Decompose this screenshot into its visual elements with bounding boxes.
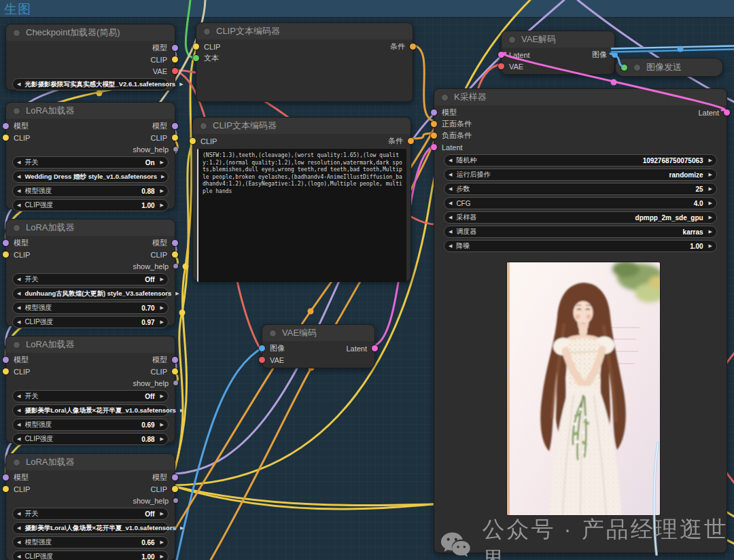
模型-port[interactable] [172, 240, 178, 246]
CLIP-port[interactable] [172, 56, 178, 63]
warr[interactable]: ▶ [156, 305, 168, 311]
node-lora-loader-3[interactable]: LoRA加载器 模型模型CLIPCLIPshow_help ◀开关Off▶◀摄影… [5, 336, 175, 443]
widget-采样器[interactable]: ◀采样器dpmpp_2m_sde_gpu▶ [444, 211, 717, 224]
CLIP-port[interactable] [3, 135, 9, 141]
warr[interactable]: ◀ [13, 203, 24, 208]
show_help-port[interactable] [173, 381, 178, 385]
warr[interactable]: ▶ [156, 422, 168, 427]
widget-模型强度[interactable]: ◀模型强度0.70▶ [12, 302, 169, 314]
widget-combo[interactable]: ◀摄影美学Lora\人像场景×花开半夏_v1.0.safetensors▶ [12, 522, 169, 534]
CLIP-port[interactable] [172, 368, 178, 374]
group-header[interactable]: 生图 [0, 0, 734, 18]
node-clip-text-encode-positive[interactable]: CLIP文本编码器 CLIP条件文本 [196, 22, 413, 102]
node-vae-encode[interactable]: VAE编码 图像LatentVAE [262, 324, 375, 368]
模型-port[interactable] [172, 123, 178, 129]
warr[interactable]: ◀ [13, 291, 24, 296]
widget-随机种[interactable]: ◀随机种1092768750075063▶ [444, 154, 717, 167]
VAE-port[interactable] [259, 357, 265, 363]
模型-port[interactable] [3, 240, 9, 246]
widget-步数[interactable]: ◀步数25▶ [444, 183, 717, 195]
warr[interactable]: ◀ [13, 188, 24, 194]
widget-开关[interactable]: ◀开关Off▶ [12, 390, 169, 402]
warr[interactable]: ▶ [156, 540, 168, 545]
模型-port[interactable] [172, 474, 178, 480]
node-titlebar[interactable]: LoRA加载器 [6, 103, 175, 119]
warr[interactable]: ◀ [444, 243, 456, 249]
node-vae-decode[interactable]: VAE解码 Latent图像VAE [501, 31, 615, 75]
模型-port[interactable] [3, 474, 9, 480]
warr[interactable]: ◀ [13, 319, 24, 325]
warr[interactable]: ◀ [13, 408, 24, 413]
widget-运行后操作[interactable]: ◀运行后操作randomize▶ [444, 169, 717, 181]
show_help-port[interactable] [173, 147, 178, 152]
widget-模型强度[interactable]: ◀模型强度0.88▶ [12, 185, 169, 197]
warr[interactable]: ◀ [13, 554, 24, 559]
Latent-port[interactable] [724, 109, 730, 116]
warr[interactable]: ▶ [175, 82, 187, 87]
warr[interactable]: ◀ [444, 172, 456, 177]
warr[interactable]: ▶ [156, 160, 168, 165]
CLIP-port[interactable] [3, 486, 9, 492]
widget-CLIP强度[interactable]: ◀CLIP强度1.00▶ [12, 550, 169, 560]
warr[interactable]: ◀ [13, 277, 24, 282]
warr[interactable]: ◀ [13, 393, 24, 399]
warr[interactable]: ◀ [444, 186, 456, 192]
文本-port[interactable] [193, 55, 199, 61]
warr[interactable]: ▶ [705, 158, 716, 163]
warr[interactable]: ◀ [444, 158, 456, 163]
node-titlebar[interactable]: LoRA加载器 [6, 454, 175, 470]
node-lora-loader-4[interactable]: LoRA加载器 模型模型CLIPCLIPshow_help ◀开关Off▶◀摄影… [5, 453, 175, 560]
图像-port[interactable] [259, 345, 265, 351]
collapse-dot[interactable] [13, 341, 20, 349]
模型-port[interactable] [3, 357, 9, 363]
node-titlebar[interactable]: LoRA加载器 [6, 220, 175, 236]
node-titlebar[interactable]: LoRA加载器 [6, 336, 175, 353]
widget-开关[interactable]: ◀开关On▶ [12, 156, 169, 169]
warr[interactable]: ◀ [13, 511, 24, 517]
warr[interactable]: ◀ [13, 82, 24, 87]
widget-CLIP强度[interactable]: ◀CLIP强度0.97▶ [12, 316, 169, 328]
CLIP-port[interactable] [193, 43, 199, 50]
warr[interactable]: ▶ [176, 525, 188, 531]
warr[interactable]: ◀ [444, 200, 456, 206]
条件-port[interactable] [410, 43, 416, 50]
widget-combo[interactable]: ◀光影摄影极限写实真实感大模型_V2.6.1.safetensors▶ [12, 78, 169, 90]
widget-开关[interactable]: ◀开关Off▶ [12, 273, 169, 285]
widget-CLIP强度[interactable]: ◀CLIP强度0.88▶ [12, 433, 169, 445]
条件-port[interactable] [408, 138, 414, 144]
widget-combo[interactable]: ◀Wedding Dress 婚纱 style_v1.0.safetensors… [12, 171, 169, 183]
widget-模型强度[interactable]: ◀模型强度0.66▶ [12, 536, 169, 548]
warr[interactable]: ▶ [156, 188, 168, 194]
widget-开关[interactable]: ◀开关Off▶ [12, 508, 169, 520]
图像-port[interactable] [621, 65, 627, 71]
模型-port[interactable] [172, 45, 178, 51]
warr[interactable]: ▶ [156, 277, 168, 282]
node-image-send[interactable]: 图像发送 [615, 58, 723, 77]
warr[interactable]: ◀ [13, 174, 24, 179]
node-graph-canvas[interactable]: 生图 [0, 0, 734, 560]
模型-port[interactable] [431, 109, 437, 116]
node-lora-loader-1[interactable]: LoRA加载器 模型模型CLIPCLIPshow_help ◀开关On▶◀Wed… [5, 102, 175, 209]
node-titlebar[interactable]: VAE解码 [502, 31, 614, 48]
node-titlebar[interactable]: VAE编码 [262, 325, 374, 341]
collapse-dot[interactable] [200, 122, 207, 130]
widget-combo[interactable]: ◀摄影美学Lora\人像场景×花开半夏_v1.0.safetensors▶ [12, 404, 169, 417]
CLIP-port[interactable] [172, 486, 178, 492]
widget-CLIP强度[interactable]: ◀CLIP强度1.00▶ [12, 199, 169, 211]
warr[interactable]: ◀ [13, 422, 24, 427]
warr[interactable]: ◀ [13, 525, 24, 531]
CLIP-port[interactable] [172, 135, 178, 141]
warr[interactable]: ◀ [13, 160, 24, 165]
collapse-dot[interactable] [13, 107, 20, 115]
warr[interactable]: ▶ [705, 229, 716, 234]
collapse-dot[interactable] [13, 29, 20, 37]
node-titlebar[interactable]: Checkpoint加载器(简易) [6, 24, 175, 41]
warr[interactable]: ▶ [156, 393, 168, 399]
node-ksampler[interactable]: K采样器 模型Latent正面条件负面条件Latent ◀随机种10927687… [434, 88, 727, 553]
node-titlebar[interactable]: 图像发送 [616, 58, 722, 76]
CLIP-port[interactable] [190, 138, 196, 144]
node-clip-text-encode-negative[interactable]: CLIP文本编码器 CLIP条件 (NSFW:1.3),teeth,(cleav… [192, 117, 411, 281]
node-checkpoint-loader[interactable]: Checkpoint加载器(简易) 模型CLIPVAE ◀光影摄影极限写实真实感… [5, 24, 175, 90]
widget-调度器[interactable]: ◀调度器karras▶ [444, 226, 717, 238]
warr[interactable]: ▶ [156, 436, 168, 442]
